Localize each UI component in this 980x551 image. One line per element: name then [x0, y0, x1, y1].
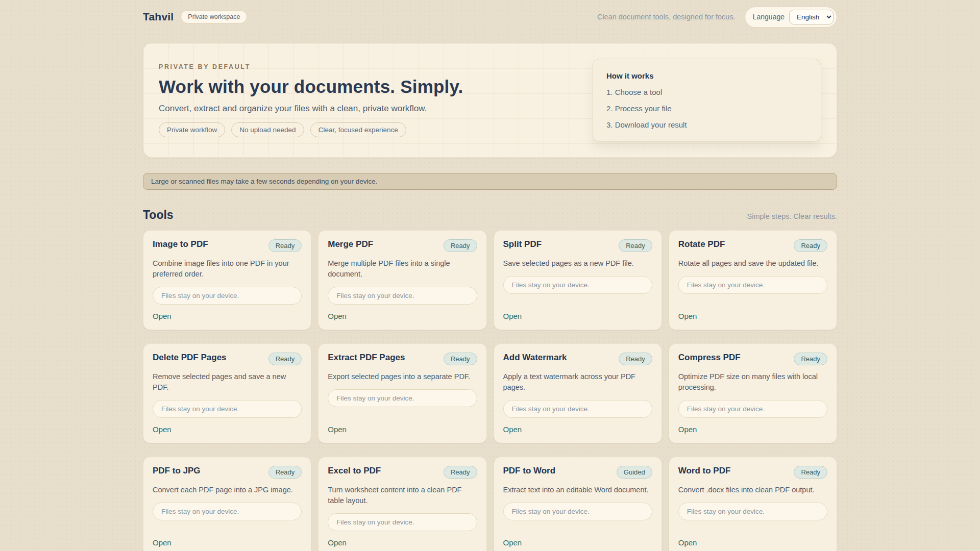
- tools-section-subtitle: Simple steps. Clear results.: [747, 212, 837, 220]
- workspace-badge: Private workspace: [181, 10, 247, 23]
- open-link[interactable]: Open: [503, 418, 522, 434]
- tool-card: Delete PDF Pages Ready Remove selected p…: [143, 343, 311, 443]
- tool-card: PDF to Word Guided Extract text into an …: [494, 457, 662, 551]
- file-note-pill[interactable]: Files stay on your device.: [503, 276, 652, 294]
- app-window: Tahvil Private workspace Clean document …: [0, 0, 980, 551]
- tool-card-description: Optimize PDF size on many files with loc…: [678, 371, 827, 393]
- file-note-pill[interactable]: Files stay on your device.: [503, 400, 652, 418]
- header-tagline: Clean document tools, designed for focus…: [597, 13, 736, 21]
- tool-card: Compress PDF Ready Optimize PDF size on …: [669, 343, 837, 443]
- tool-card-title: PDF to Word: [503, 466, 556, 476]
- tool-card-description: Convert each PDF page into a JPG image.: [153, 485, 302, 495]
- chip-no-upload: No upload needed: [231, 122, 304, 137]
- tool-card-description: Apply a text watermark across your PDF p…: [503, 371, 652, 393]
- tool-card: Word to PDF Ready Convert .docx files in…: [669, 457, 837, 551]
- how-it-works-step-1: 1. Choose a tool: [606, 88, 807, 96]
- tool-card-description: Export selected pages into a separate PD…: [328, 371, 477, 382]
- tool-card: PDF to JPG Ready Convert each PDF page i…: [143, 457, 311, 551]
- chip-private-workflow: Private workflow: [159, 122, 225, 137]
- file-note-pill[interactable]: Files stay on your device.: [153, 400, 302, 418]
- status-badge: Ready: [268, 353, 302, 365]
- file-note-pill[interactable]: Files stay on your device.: [678, 276, 827, 294]
- how-it-works-title: How it works: [606, 71, 807, 80]
- open-link[interactable]: Open: [503, 531, 522, 547]
- tool-card-description: Save selected pages as a new PDF file.: [503, 258, 652, 269]
- app-header: Tahvil Private workspace Clean document …: [0, 0, 980, 34]
- how-it-works-step-3: 3. Download your result: [606, 120, 807, 129]
- brand-title: Tahvil: [143, 11, 174, 23]
- tool-card-title: Add Watermark: [503, 353, 567, 363]
- file-note-pill[interactable]: Files stay on your device.: [153, 503, 302, 520]
- open-link[interactable]: Open: [678, 418, 697, 434]
- open-link[interactable]: Open: [328, 418, 347, 434]
- hero-panel: PRIVATE BY DEFAULT Work with your docume…: [143, 43, 837, 158]
- hero-subtitle: Convert, extract and organize your files…: [159, 104, 463, 114]
- tool-card: Add Watermark Ready Apply a text waterma…: [494, 343, 662, 443]
- tool-card-description: Remove selected pages and save a new PDF…: [153, 371, 302, 393]
- tool-card: Excel to PDF Ready Turn worksheet conten…: [318, 457, 486, 551]
- open-link[interactable]: Open: [328, 531, 347, 547]
- tools-header: Tools Simple steps. Clear results.: [143, 208, 837, 222]
- file-note-pill[interactable]: Files stay on your device.: [503, 503, 652, 520]
- tool-card: Split PDF Ready Save selected pages as a…: [494, 230, 662, 330]
- open-link[interactable]: Open: [153, 305, 172, 320]
- tool-card-title: Delete PDF Pages: [153, 353, 227, 363]
- open-link[interactable]: Open: [153, 418, 172, 434]
- tool-card-description: Merge multiple PDF files into a single d…: [328, 258, 477, 280]
- tool-card-title: Extract PDF Pages: [328, 353, 405, 363]
- main-content: PRIVATE BY DEFAULT Work with your docume…: [143, 43, 837, 551]
- language-control: Language English: [745, 7, 837, 28]
- tools-section-title: Tools: [143, 208, 174, 222]
- file-note-pill[interactable]: Files stay on your device.: [328, 513, 477, 531]
- open-link[interactable]: Open: [153, 531, 172, 547]
- tool-card-title: Word to PDF: [678, 466, 731, 476]
- tool-card-description: Extract text into an editable Word docum…: [503, 485, 652, 495]
- tool-card-title: Split PDF: [503, 239, 542, 249]
- hero-title: Work with your documents. Simply.: [159, 77, 463, 97]
- tool-card-title: Compress PDF: [678, 353, 741, 363]
- status-badge: Ready: [794, 353, 827, 365]
- how-it-works-step-2: 2. Process your file: [606, 104, 807, 113]
- status-badge: Ready: [619, 239, 652, 252]
- file-note-pill[interactable]: Files stay on your device.: [153, 287, 302, 305]
- notice-banner: Large or scanned files may take a few se…: [143, 173, 837, 190]
- status-badge: Ready: [794, 239, 827, 252]
- status-badge: Ready: [444, 353, 477, 365]
- open-link[interactable]: Open: [328, 305, 347, 320]
- tool-card-description: Turn worksheet content into a clean PDF …: [328, 485, 477, 506]
- status-badge: Ready: [444, 466, 477, 479]
- how-it-works-card: How it works 1. Choose a tool 2. Process…: [593, 59, 821, 142]
- tool-card-description: Convert .docx files into clean PDF outpu…: [678, 485, 827, 495]
- status-badge: Ready: [268, 466, 302, 479]
- file-note-pill[interactable]: Files stay on your device.: [328, 389, 477, 407]
- tool-card-title: Rotate PDF: [678, 239, 725, 249]
- tool-card: Image to PDF Ready Combine image files i…: [143, 230, 311, 330]
- tool-card: Merge PDF Ready Merge multiple PDF files…: [318, 230, 486, 330]
- tools-grid: Image to PDF Ready Combine image files i…: [143, 230, 837, 551]
- status-badge: Ready: [268, 239, 302, 252]
- language-label: Language: [753, 13, 785, 21]
- status-badge: Guided: [617, 466, 652, 479]
- hero-chips: Private workflow No upload needed Clear,…: [159, 122, 463, 137]
- hero-eyebrow: PRIVATE BY DEFAULT: [159, 63, 463, 70]
- file-note-pill[interactable]: Files stay on your device.: [678, 400, 827, 418]
- tool-card-title: Image to PDF: [153, 239, 208, 249]
- tool-card: Rotate PDF Ready Rotate all pages and sa…: [669, 230, 837, 330]
- status-badge: Ready: [619, 353, 652, 365]
- open-link[interactable]: Open: [503, 305, 522, 320]
- tool-card-title: Merge PDF: [328, 239, 373, 249]
- open-link[interactable]: Open: [678, 531, 697, 547]
- tool-card-title: PDF to JPG: [153, 466, 201, 476]
- file-note-pill[interactable]: Files stay on your device.: [678, 503, 827, 520]
- chip-focused-experience: Clear, focused experience: [310, 122, 406, 137]
- status-badge: Ready: [444, 239, 477, 252]
- status-badge: Ready: [794, 466, 827, 479]
- file-note-pill[interactable]: Files stay on your device.: [328, 287, 477, 305]
- tool-card-title: Excel to PDF: [328, 466, 381, 476]
- open-link[interactable]: Open: [678, 305, 697, 320]
- language-select[interactable]: English: [789, 10, 834, 24]
- tool-card: Extract PDF Pages Ready Export selected …: [318, 343, 486, 443]
- tool-card-description: Rotate all pages and save the updated fi…: [678, 258, 827, 269]
- tool-card-description: Combine image files into one PDF in your…: [153, 258, 302, 280]
